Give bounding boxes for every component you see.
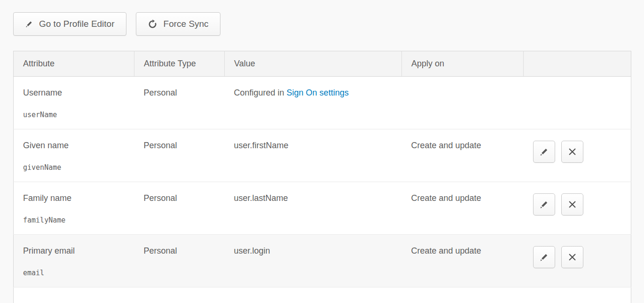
attribute-label: Primary email <box>23 246 130 256</box>
edit-attribute-button[interactable] <box>533 246 555 268</box>
attribute-label: Username <box>23 88 130 98</box>
pencil-icon <box>25 20 33 28</box>
go-to-profile-editor-button[interactable]: Go to Profile Editor <box>13 12 126 36</box>
refresh-icon <box>148 19 157 29</box>
actions-cell <box>524 77 631 129</box>
actions-cell <box>524 182 631 235</box>
value-text: user.firstName <box>225 129 402 182</box>
header-attribute-type: Attribute Type <box>134 51 225 77</box>
apply-on-cell: Create and update <box>402 182 524 235</box>
x-icon <box>568 148 576 156</box>
apply-on-cell: Create and update <box>402 235 524 287</box>
attribute-type: Personal <box>134 182 225 235</box>
attribute-label: Given name <box>23 141 130 151</box>
header-value: Value <box>225 51 402 77</box>
toolbar: Go to Profile Editor Force Sync <box>13 12 631 36</box>
apply-on-cell <box>402 77 524 129</box>
pencil-icon <box>539 200 549 209</box>
actions-cell <box>524 235 631 287</box>
table-row-given-name: Given name givenName Personal user.first… <box>14 129 631 182</box>
go-to-profile-editor-label: Go to Profile Editor <box>39 19 115 29</box>
actions-cell <box>524 129 631 182</box>
force-sync-button[interactable]: Force Sync <box>136 12 220 36</box>
attribute-variable: email <box>23 269 130 277</box>
attribute-label: Family name <box>23 193 130 203</box>
attribute-mappings-page: Go to Profile Editor Force Sync Attribut… <box>0 0 644 303</box>
header-actions <box>524 51 631 77</box>
header-attribute: Attribute <box>14 51 134 77</box>
attribute-variable: familyName <box>23 216 130 224</box>
value-text: Configured in <box>234 88 287 97</box>
table-row-family-name: Family name familyName Personal user.las… <box>14 182 631 235</box>
force-sync-label: Force Sync <box>164 19 209 29</box>
attribute-mappings-table: Attribute Attribute Type Value Apply on … <box>13 51 631 303</box>
attribute-variable: givenName <box>23 163 130 172</box>
table-row-username: Username userName Personal Configured in… <box>14 77 631 129</box>
table-header-row: Attribute Attribute Type Value Apply on <box>14 51 631 77</box>
edit-attribute-button[interactable] <box>533 141 555 163</box>
value-text: user.lastName <box>225 182 402 235</box>
attribute-type: Personal <box>134 77 225 129</box>
delete-attribute-button[interactable] <box>561 193 583 215</box>
delete-attribute-button[interactable] <box>561 246 583 268</box>
pencil-icon <box>539 147 549 157</box>
attribute-type: Personal <box>134 129 225 182</box>
x-icon <box>568 253 576 261</box>
edit-attribute-button[interactable] <box>533 193 555 215</box>
table-row-primary-email: Primary email email Personal user.login … <box>14 235 631 287</box>
attribute-type: Personal <box>134 235 225 287</box>
attribute-variable: userName <box>23 111 130 119</box>
value-text: user.login <box>225 235 402 287</box>
delete-attribute-button[interactable] <box>561 141 583 163</box>
apply-on-cell: Create and update <box>402 129 524 182</box>
pencil-icon <box>539 253 549 262</box>
x-icon <box>568 200 576 208</box>
sign-on-settings-link[interactable]: Sign On settings <box>287 88 349 97</box>
table-row-partial <box>14 287 631 303</box>
header-apply-on: Apply on <box>402 51 524 77</box>
